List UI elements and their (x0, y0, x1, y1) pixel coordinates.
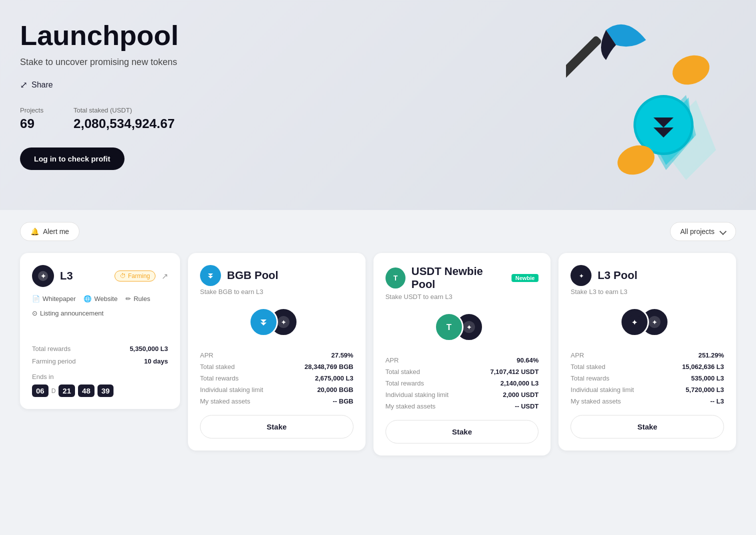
bgb-pool-icon (200, 265, 221, 286)
total-rewards-value: 5,350,000 L3 (130, 345, 168, 352)
l3-pool-name: L3 Pool (598, 269, 637, 282)
project-links: 📄 Whitepaper 🌐 Website ✏ Rules (32, 295, 168, 302)
l3-pool-icon: ✦ (570, 265, 592, 286)
whitepaper-link[interactable]: 📄 Whitepaper (32, 295, 76, 302)
share-label: Share (32, 80, 53, 90)
alert-me-button[interactable]: 🔔 Alert me (20, 222, 80, 241)
website-link[interactable]: 🌐 Website (84, 295, 118, 302)
svg-text:✦: ✦ (466, 324, 472, 331)
filters-row: 🔔 Alert me All projects (20, 222, 736, 241)
svg-text:✦: ✦ (632, 318, 638, 326)
bell-icon: 🔔 (30, 228, 39, 236)
total-rewards-row: Total rewards 5,350,000 L3 (32, 345, 168, 352)
farming-badge: ⏱ Farming (114, 270, 156, 282)
newbie-badge: Newbie (512, 274, 539, 282)
svg-point-7 (668, 50, 714, 90)
pool-card-usdt: T USDT Newbie Pool Newbie Stake USDT to … (374, 253, 551, 456)
ends-in-section: Ends in 06 D 21 48 39 (32, 373, 168, 397)
bgb-pool-stats: APR27.59% Total staked28,348,769 BGB Tot… (200, 352, 354, 405)
svg-text:✦: ✦ (579, 273, 584, 279)
total-rewards-label: Total rewards (32, 345, 70, 352)
hero-section: Launchpool Stake to uncover promising ne… (0, 0, 756, 210)
pool-header-usdt: T USDT Newbie Pool Newbie (386, 265, 539, 291)
project-name: L3 (60, 270, 108, 282)
project-header: ✦ L3 ⏱ Farming ↗ (32, 265, 168, 287)
projects-filter-dropdown[interactable]: All projects (670, 222, 736, 241)
pool-header-l3: ✦ L3 Pool (570, 265, 724, 286)
projects-value: 69 (20, 116, 44, 132)
bgb-stake-button[interactable]: Stake (200, 415, 354, 438)
countdown-seconds: 39 (98, 384, 114, 397)
usdt-pool-icon: T (386, 268, 406, 288)
farming-period-label: Farming period (32, 358, 76, 365)
countdown-d-label: D (52, 388, 56, 394)
usdt-pool-visual: T ✦ (386, 308, 539, 346)
rules-icon: ✏ (126, 295, 131, 302)
svg-rect-9 (566, 35, 602, 98)
usdt-pool-subtitle: Stake USDT to earn L3 (386, 293, 539, 300)
total-staked-label: Total staked (USDT) (74, 106, 174, 114)
alert-label: Alert me (43, 228, 69, 236)
project-logo: ✦ (32, 265, 54, 287)
pools-grid: ✦ L3 ⏱ Farming ↗ 📄 Whitepaper 🌐 Website (20, 253, 736, 456)
usdt-pool-stats: APR90.64% Total staked7,107,412 USDT Tot… (386, 356, 539, 410)
ends-in-label: Ends in (32, 373, 168, 380)
chevron-down-icon (720, 228, 726, 235)
pool-header-bgb: BGB Pool (200, 265, 354, 286)
external-link-icon[interactable]: ↗ (162, 272, 168, 281)
project-card-l3: ✦ L3 ⏱ Farming ↗ 📄 Whitepaper 🌐 Website (20, 253, 180, 409)
svg-text:✦: ✦ (40, 272, 46, 280)
pool-card-bgb: BGB Pool Stake BGB to earn L3 ✦ APR27.59… (188, 253, 366, 450)
svg-text:T: T (393, 274, 398, 282)
l3-pool-visual: ✦ ✦ (570, 304, 724, 342)
login-check-profit-button[interactable]: Log in to check profit (20, 148, 124, 170)
total-staked-value: 2,080,534,924.67 (74, 116, 174, 132)
total-staked-stat: Total staked (USDT) 2,080,534,924.67 (74, 106, 174, 132)
usdt-stake-button[interactable]: Stake (386, 420, 539, 444)
bgb-pool-name: BGB Pool (227, 269, 278, 282)
doc-icon: 📄 (32, 295, 40, 302)
bgb-pool-visual: ✦ (200, 304, 354, 342)
projects-label: Projects (20, 106, 44, 114)
countdown-days: 06 (32, 384, 48, 397)
projects-stat: Projects 69 (20, 106, 44, 132)
pool-card-l3: ✦ L3 Pool Stake L3 to earn L3 ✦ ✦ APR251… (558, 253, 736, 450)
globe-icon: 🌐 (84, 295, 92, 302)
svg-text:T: T (446, 322, 452, 332)
usdt-pool-name: USDT Newbie Pool (412, 265, 506, 291)
share-icon: ⤢ (20, 80, 28, 90)
project-stats: Total rewards 5,350,000 L3 Farming perio… (32, 345, 168, 365)
share-button[interactable]: ⤢ Share (20, 80, 53, 90)
l3-stake-button[interactable]: Stake (570, 415, 724, 438)
main-content: 🔔 Alert me All projects ✦ L3 ⏱ Farming ↗ (0, 210, 756, 468)
clock-icon: ⏱ (120, 272, 126, 280)
farming-period-row: Farming period 10 days (32, 358, 168, 365)
svg-text:✦: ✦ (281, 319, 286, 326)
countdown: 06 D 21 48 39 (32, 384, 168, 397)
l3-pool-subtitle: Stake L3 to earn L3 (570, 288, 724, 296)
farming-period-value: 10 days (144, 358, 168, 365)
countdown-minutes: 48 (78, 384, 94, 397)
rules-link[interactable]: ✏ Rules (126, 295, 150, 302)
countdown-hours: 21 (58, 384, 75, 397)
l3-pool-stats: APR251.29% Total staked15,062,636 L3 Tot… (570, 352, 724, 405)
farming-label: Farming (128, 272, 150, 280)
listing-announcement-link[interactable]: ⊙ Listing announcement (32, 310, 104, 317)
hero-illustration (566, 10, 726, 190)
svg-text:✦: ✦ (652, 319, 657, 326)
bgb-pool-subtitle: Stake BGB to earn L3 (200, 288, 354, 296)
announcement-icon: ⊙ (32, 310, 38, 317)
filter-label: All projects (680, 228, 714, 236)
